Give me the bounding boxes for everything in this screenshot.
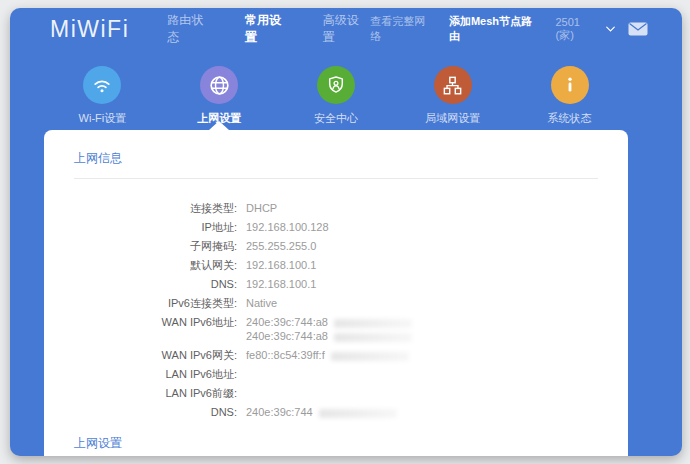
info-row-values: fe80::8c54:39ff:f (246, 348, 409, 362)
icon-nav-security-center[interactable]: 安全中心 (278, 66, 395, 126)
info-row: LAN IPv6前缀: (74, 386, 598, 400)
icon-nav-label: 安全中心 (278, 111, 395, 126)
internet-info-title: 上网信息 (74, 130, 598, 167)
redacted-blur (319, 409, 397, 418)
icon-nav: Wi-Fi设置 上网设置 (44, 66, 628, 126)
info-row-values: 255.255.255.0 (246, 239, 316, 253)
active-tab-pointer (209, 121, 229, 130)
info-row-label: 子网掩码: (74, 239, 237, 253)
info-row: 连接类型:DHCP (74, 201, 598, 215)
miwifi-window: MiWiFi 路由状态 常用设置 高级设置 查看完整网络 添加Mesh节点路由 … (10, 8, 682, 456)
info-row-value: 255.255.255.0 (246, 239, 316, 253)
info-row-value: 192.168.100.1 (246, 277, 316, 291)
top-header: MiWiFi 路由状态 常用设置 高级设置 查看完整网络 添加Mesh节点路由 … (10, 8, 682, 50)
info-row-value: 240e:39c:744:a8 (246, 329, 412, 343)
info-row-value: 192.168.100.128 (246, 220, 329, 234)
chevron-down-icon (606, 26, 615, 32)
lan-icon (434, 66, 472, 104)
nav-router-status[interactable]: 路由状态 (167, 12, 215, 46)
info-icon (551, 66, 589, 104)
icon-nav-lan-settings[interactable]: 局域网设置 (394, 66, 511, 126)
info-row-label: IP地址: (74, 220, 237, 234)
nav-advanced-settings[interactable]: 高级设置 (323, 12, 371, 46)
icon-nav-label: 局域网设置 (394, 111, 511, 126)
globe-icon (200, 66, 238, 104)
divider (74, 178, 598, 179)
screen: MiWiFi 路由状态 常用设置 高级设置 查看完整网络 添加Mesh节点路由 … (0, 0, 690, 464)
wifi-icon (83, 66, 121, 104)
device-selector[interactable]: 2501 (家) (555, 16, 615, 43)
info-row-label: WAN IPv6地址: (74, 315, 237, 343)
info-row-value: DHCP (246, 201, 277, 215)
info-row: DNS:240e:39c:744 (74, 405, 598, 419)
info-row: WAN IPv6网关:fe80::8c54:39ff:f (74, 348, 598, 362)
top-nav: 路由状态 常用设置 高级设置 (167, 12, 370, 46)
redacted-blur (334, 333, 412, 342)
info-row-label: WAN IPv6网关: (74, 348, 237, 362)
miwifi-logo: MiWiFi (50, 16, 129, 43)
info-row: LAN IPv6地址: (74, 367, 598, 381)
internet-settings-title: 上网设置 (74, 435, 598, 452)
content-card: 上网信息 连接类型:DHCPIP地址:192.168.100.128子网掩码:2… (44, 130, 628, 456)
info-row-label: LAN IPv6前缀: (74, 386, 237, 400)
icon-nav-system-status[interactable]: 系统状态 (511, 66, 628, 126)
icon-nav-label: 系统状态 (511, 111, 628, 126)
info-row-values: 192.168.100.1 (246, 277, 316, 291)
view-full-network-link[interactable]: 查看完整网络 (370, 14, 436, 44)
redacted-blur (331, 352, 409, 361)
info-rows: 连接类型:DHCPIP地址:192.168.100.128子网掩码:255.25… (74, 201, 598, 419)
info-row-label: LAN IPv6地址: (74, 367, 237, 381)
info-row: IP地址:192.168.100.128 (74, 220, 598, 234)
info-row-values: 192.168.100.128 (246, 220, 329, 234)
info-row-value: 240e:39c:744 (246, 405, 397, 419)
info-row: IPv6连接类型:Native (74, 296, 598, 310)
info-row-value: fe80::8c54:39ff:f (246, 348, 409, 362)
icon-nav-wifi-settings[interactable]: Wi-Fi设置 (44, 66, 161, 126)
shield-icon (317, 66, 355, 104)
info-row-label: DNS: (74, 405, 237, 419)
info-row-value: Native (246, 296, 277, 310)
info-row-values: 240e:39c:744:a8240e:39c:744:a8 (246, 315, 412, 343)
redacted-blur (334, 319, 412, 328)
info-row-value: 192.168.100.1 (246, 258, 316, 272)
info-row: DNS:192.168.100.1 (74, 277, 598, 291)
info-row-label: 连接类型: (74, 201, 237, 215)
info-row-value: 240e:39c:744:a8 (246, 315, 412, 329)
info-row-values: Native (246, 296, 277, 310)
info-row-values: 240e:39c:744 (246, 405, 397, 419)
add-mesh-node-link[interactable]: 添加Mesh节点路由 (449, 14, 543, 44)
icon-nav-label: Wi-Fi设置 (44, 111, 161, 126)
mail-icon[interactable] (628, 22, 648, 36)
info-row: 默认网关:192.168.100.1 (74, 258, 598, 272)
info-row-values: 192.168.100.1 (246, 258, 316, 272)
info-row-label: 默认网关: (74, 258, 237, 272)
info-row: WAN IPv6地址:240e:39c:744:a8240e:39c:744:a… (74, 315, 598, 343)
info-row-label: DNS: (74, 277, 237, 291)
device-name: 2501 (家) (555, 16, 601, 43)
info-row-label: IPv6连接类型: (74, 296, 237, 310)
icon-nav-internet-settings[interactable]: 上网设置 (161, 66, 278, 126)
nav-common-settings[interactable]: 常用设置 (245, 12, 293, 46)
info-row: 子网掩码:255.255.255.0 (74, 239, 598, 253)
info-row-values: DHCP (246, 201, 277, 215)
internet-settings-section: 上网设置 (74, 435, 598, 456)
header-right: 查看完整网络 添加Mesh节点路由 2501 (家) (370, 14, 648, 44)
